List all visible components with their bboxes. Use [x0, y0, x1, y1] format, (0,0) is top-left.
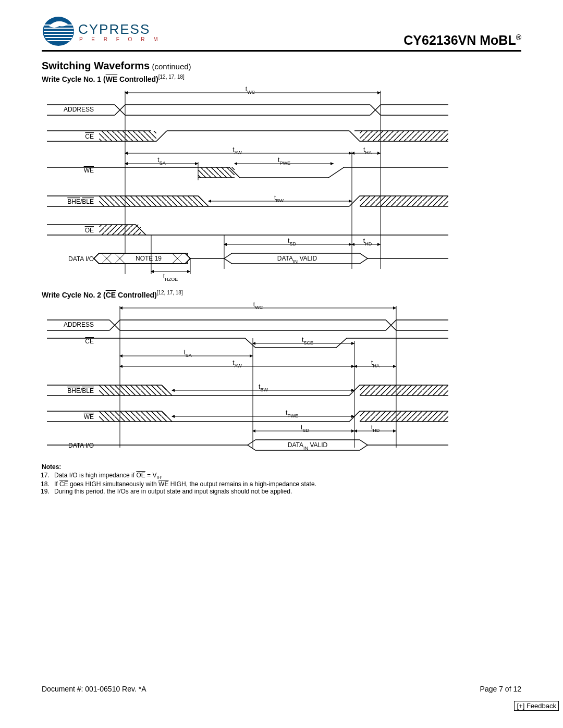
cycle2-refs: [12, 17, 18] [157, 290, 183, 295]
sig-oe: OE [85, 227, 94, 234]
page-header: CYPRESS P E R F O R M CY62136VN MoBL® [42, 16, 521, 48]
sig-bhe-ble: BHE/BLE [67, 198, 94, 205]
cycle2-title-pre: Write Cycle No. 2 ( [42, 290, 106, 299]
brand-name: CYPRESS [78, 21, 162, 38]
sig2-dataio: DATA I/O [68, 442, 94, 449]
svg-rect-37 [360, 196, 448, 206]
svg-text:tBW: tBW [274, 194, 284, 203]
section-title: Switching Waveforms [42, 60, 150, 71]
svg-rect-88 [360, 411, 448, 422]
svg-text:tSA: tSA [183, 349, 191, 358]
section-heading: Switching Waveforms (continued) [42, 60, 521, 72]
brand-sub: P E R F O R M [79, 36, 162, 42]
logo-text-block: CYPRESS P E R F O R M [78, 21, 162, 42]
svg-text:tHZOE: tHZOE [163, 273, 178, 282]
logo-icon [42, 16, 78, 48]
svg-rect-41 [99, 225, 141, 235]
sig2-we: WE [84, 413, 94, 421]
data-valid-2: DATAIN VALID [288, 441, 328, 451]
svg-rect-86 [99, 411, 167, 422]
svg-rect-35 [99, 196, 203, 206]
svg-text:tHA: tHA [363, 146, 372, 155]
svg-text:tAW: tAW [232, 359, 242, 368]
cycle2-diagram: tWC ADDRESS CE tSCE tSA tAW [47, 302, 448, 458]
svg-text:tHD: tHD [371, 424, 380, 433]
sig2-address: ADDRESS [64, 321, 94, 328]
notes-list: Data I/O is high impedance if OE = VIH. … [42, 472, 521, 495]
section-continued: (continued) [152, 62, 191, 71]
page-number: Page 7 of 12 [480, 685, 521, 693]
svg-text:tSA: tSA [157, 156, 165, 166]
header-rule [42, 50, 521, 52]
svg-text:tWC: tWC [246, 87, 255, 95]
svg-text:tSD: tSD [288, 237, 296, 246]
sig2-ce: CE [85, 338, 94, 345]
svg-rect-82 [360, 385, 448, 396]
svg-text:tPWE: tPWE [286, 409, 298, 418]
cycle2-title-bar: CE [106, 290, 116, 299]
svg-rect-32 [198, 167, 235, 178]
logo: CYPRESS P E R F O R M [42, 16, 162, 48]
svg-rect-19 [99, 131, 156, 141]
cycle2-title-post: Controlled) [116, 290, 157, 299]
svg-text:tHA: tHA [371, 359, 380, 368]
cycle1-title-bar: WE [106, 75, 118, 83]
cycle2-title: Write Cycle No. 2 (CE Controlled)[12, 17… [42, 290, 521, 299]
svg-rect-80 [99, 385, 167, 396]
doc-number: Document #: 001-06510 Rev. *A [42, 685, 146, 693]
svg-text:tPWE: tPWE [278, 156, 290, 166]
svg-text:tHD: tHD [363, 237, 372, 246]
footer: Document #: 001-06510 Rev. *A Page 7 of … [42, 685, 521, 693]
cycle1-title-pre: Write Cycle No. 1 ( [42, 75, 106, 83]
data-valid-1: DATAIN VALID [277, 255, 317, 264]
sig-ce: CE [85, 133, 94, 140]
page: CYPRESS P E R F O R M CY62136VN MoBL® Sw… [0, 0, 563, 714]
part-number: CY62136VN MoBL® [403, 33, 521, 48]
svg-text:tAW: tAW [232, 146, 242, 155]
cycle1-title-post: Controlled) [117, 75, 158, 83]
cycle1-refs: [12, 17, 18] [158, 74, 185, 80]
sig-dataio: DATA I/O [68, 255, 94, 263]
sig2-bhe-ble: BHE/BLE [67, 387, 94, 394]
reg-mark: ® [516, 33, 521, 42]
note19-label: NOTE 19 [136, 255, 162, 262]
svg-text:tSD: tSD [301, 424, 309, 433]
cycle1-diagram: tWC ADDRESS CE tAW [47, 87, 448, 285]
sig-we: WE [84, 167, 94, 174]
note-17: Data I/O is high impedance if OE = VIH. [51, 472, 521, 480]
feedback-button[interactable]: [+] Feedback [514, 701, 559, 711]
cycle1-title: Write Cycle No. 1 (WE Controlled)[12, 17… [42, 74, 521, 83]
notes-heading: Notes: [42, 463, 521, 471]
svg-text:tBW: tBW [259, 383, 268, 392]
svg-rect-21 [360, 131, 448, 141]
sig-address: ADDRESS [64, 106, 94, 113]
note-18: If CE goes HIGH simultaneously with WE H… [51, 480, 521, 488]
svg-text:tWC: tWC [253, 302, 263, 310]
svg-text:tSCE: tSCE [302, 336, 313, 346]
note-19: During this period, the I/Os are in outp… [51, 488, 521, 495]
part-text: CY62136VN MoBL [403, 33, 516, 47]
